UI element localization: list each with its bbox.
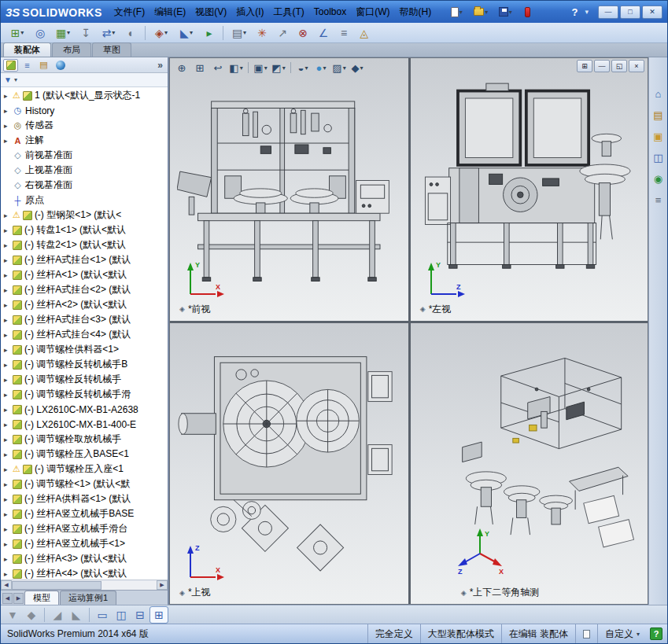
command-tab[interactable]: 草图 <box>92 42 131 57</box>
viewport-splitter-vertical[interactable] <box>408 58 411 604</box>
tree-item[interactable]: ▸ ⚠ (-) 转盘2<1> (默认<默认 <box>1 237 168 252</box>
bottom-tab[interactable]: 模型 <box>24 591 59 605</box>
expand-arrow-icon[interactable]: ▸ <box>4 540 10 548</box>
linear-component-pattern-icon[interactable]: ▦ ▾ <box>51 24 75 42</box>
filter-icon[interactable]: ▼ <box>4 75 12 84</box>
maximize-button[interactable]: □ <box>620 6 640 19</box>
expand-arrow-icon[interactable]: ▸ <box>4 107 10 115</box>
dropdown-arrow-icon[interactable]: ▾ <box>485 9 488 16</box>
design-library-icon[interactable]: ▤ <box>651 107 666 123</box>
help-icon[interactable]: ? <box>568 6 582 18</box>
instant3d-icon[interactable]: ◬ ▾ <box>355 24 374 42</box>
viewport-link-button[interactable]: ⊞ <box>577 60 592 72</box>
apply-scene-icon[interactable]: ▨ ▾ <box>330 60 348 75</box>
expand-arrow-icon[interactable]: ▸ <box>4 271 10 279</box>
document-restore-button[interactable]: ◱ <box>611 60 627 72</box>
tree-item[interactable]: ▸ ⚠ (-) LX2610C-MX-B1-400-E <box>1 417 168 432</box>
tree-item[interactable]: ▸ ⚠ (-) 丝杆A竖立机械手<1> <box>1 536 168 551</box>
menu-item[interactable]: 窗口(W) <box>351 3 394 20</box>
tree-item-right-plane[interactable]: ▸ ⚠ 右视基准面 <box>1 178 168 193</box>
expand-arrow-icon[interactable]: ▸ <box>4 361 10 369</box>
tree-item-origin[interactable]: ▸ ⚠ 原点 <box>1 193 168 208</box>
expand-arrow-icon[interactable]: ▸ <box>4 346 10 354</box>
expand-arrow-icon[interactable]: ▸ <box>4 256 10 264</box>
menu-item[interactable]: 视图(V) <box>190 3 231 20</box>
expand-arrow-icon[interactable]: ▸ <box>4 316 10 324</box>
dropdown-arrow-icon[interactable]: ▾ <box>343 64 346 72</box>
dropdown-arrow-icon[interactable]: ▾ <box>459 9 463 16</box>
tree-item[interactable]: ▸ ⚠ (-) 调节螺栓反转机械手B <box>1 357 168 372</box>
filter-edges-icon[interactable]: ◢ ▾ <box>49 607 66 623</box>
two-view-vertical-icon[interactable]: ◫ ▾ <box>113 607 130 623</box>
tree-item[interactable]: ▸ ⚠ (-) 丝杆A<2> (默认<默认 <box>1 297 168 312</box>
expand-arrow-icon[interactable]: ▸ <box>4 406 10 414</box>
dropdown-arrow-icon[interactable]: ▾ <box>509 9 512 16</box>
tree-item[interactable]: ▸ ⚠ (-) 丝杆A竖立机械手滑台 <box>1 521 168 536</box>
dropdown-arrow-icon[interactable]: ▾ <box>164 29 168 36</box>
search-chevron-icon[interactable]: ▾ <box>582 8 591 16</box>
dropdown-arrow-icon[interactable]: ▾ <box>240 64 243 72</box>
tree-item[interactable]: ▸ ⚠ (-) 丝杆A<4> (默认<默认 <box>1 566 168 580</box>
menu-item[interactable]: 帮助(H) <box>395 3 437 20</box>
filter-faces-icon[interactable]: ◣ ▾ <box>68 607 85 623</box>
tree-item-top-plane[interactable]: ▸ ⚠ 上视基准面 <box>1 163 168 178</box>
expand-arrow-icon[interactable]: ▸ <box>4 122 10 130</box>
tree-item[interactable]: ▸ ⚠ (-) 丝杆A式挂台<2> (默认 <box>1 282 168 297</box>
filter-dropdown-arrow-icon[interactable]: ▾ <box>14 76 17 83</box>
reference-geometry-icon[interactable]: ◣ ▾ <box>175 24 198 42</box>
tree-item-annotations[interactable]: ▸ ⚠ 注解 <box>1 133 168 148</box>
viewport-isometric[interactable]: Y X Z ◈ *上下二等角轴测 <box>411 323 648 604</box>
expand-arrow-icon[interactable]: ▸ <box>4 92 10 100</box>
tree-item[interactable]: ▸ ⚠ (-) 调节螺栓压入BASE<1 <box>1 447 168 462</box>
expand-arrow-icon[interactable]: ▸ <box>4 555 10 563</box>
tree-item[interactable]: ▸ ⚠ (-) 丝杆A<3> (默认<默认 <box>1 551 168 566</box>
expand-arrow-icon[interactable]: ▸ <box>4 301 10 309</box>
zoom-to-area-icon[interactable]: ⊞ ▾ <box>191 60 209 75</box>
tree-item[interactable]: ▸ ⚠ (-) 丝杆A竖立机械手BASE <box>1 506 168 521</box>
tree-item[interactable]: ▸ ⚠ (-) 调节螺栓压入座<1 <box>1 462 168 477</box>
custom-properties-icon[interactable]: ≡ <box>651 192 666 208</box>
viewport-top[interactable]: Z X ◈ *上视 <box>170 323 408 604</box>
scroll-right-icon[interactable]: ▶ <box>157 580 168 590</box>
menu-item[interactable]: 编辑(E) <box>149 3 190 20</box>
expand-arrow-icon[interactable]: ▸ <box>4 286 10 294</box>
single-view-icon[interactable]: ▭ ▾ <box>94 607 111 623</box>
two-view-horizontal-icon[interactable]: ⊟ ▾ <box>131 607 149 623</box>
dropdown-arrow-icon[interactable]: ▾ <box>112 29 115 36</box>
file-explorer-icon[interactable]: ▣ <box>651 128 666 144</box>
zoom-to-fit-icon[interactable]: ⊕ ▾ <box>173 60 190 75</box>
expand-arrow-icon[interactable]: ▸ <box>4 391 10 399</box>
menu-item[interactable]: 文件(F) <box>109 3 149 20</box>
tree-item[interactable]: ▸ ⚠ (-) 丝杆A<1> (默认<默认 <box>1 267 168 282</box>
mass-properties-icon[interactable]: ≡ ▾ <box>334 24 353 42</box>
rebuild-icon[interactable]: ▾ <box>518 3 537 20</box>
view-palette-icon[interactable]: ◫ <box>651 149 666 165</box>
save-document-icon[interactable]: ▾ <box>493 3 517 20</box>
graphics-area[interactable]: Y X ◈ *前视 <box>169 57 648 605</box>
previous-view-icon[interactable]: ↩ ▾ <box>209 60 227 75</box>
expand-arrow-icon[interactable]: ▸ <box>4 226 10 234</box>
tree-item[interactable]: ▸ ⚠ (-) 型钢架<1> (默认< <box>1 208 168 223</box>
tree-item[interactable]: ▸ ⚠ (-) 调节螺栓<1> (默认<默 <box>1 477 168 491</box>
tree-item[interactable]: ▸ ⚠ (-) 调节螺栓反转机械手滑 <box>1 387 168 402</box>
dropdown-arrow-icon[interactable]: ▾ <box>243 29 246 36</box>
solidworks-resources-icon[interactable]: ⌂ <box>651 86 666 101</box>
expand-panel-chevron[interactable]: » <box>157 60 165 71</box>
selection-filter-toggle-icon[interactable]: ▼ ▾ <box>4 607 21 623</box>
four-view-icon[interactable]: ⊞ ▾ <box>150 607 168 623</box>
tree-item[interactable]: ▸ ⚠ (-) LX2610C-MX-B1-A2638 <box>1 402 168 417</box>
dropdown-arrow-icon[interactable]: ▾ <box>304 64 308 72</box>
dropdown-arrow-icon[interactable]: ▾ <box>67 29 70 36</box>
viewport-front[interactable]: Y X ◈ *前视 <box>170 58 408 321</box>
menu-item[interactable]: 插入(I) <box>231 3 268 20</box>
tree-item[interactable]: ▸ ⚠ (-) 丝杆A式挂台<3> (默认 <box>1 312 168 327</box>
expand-arrow-icon[interactable]: ▸ <box>4 137 10 145</box>
scroll-left-icon[interactable]: ◀ <box>1 580 12 590</box>
status-sheet-button[interactable] <box>575 624 597 643</box>
show-hidden-components-icon[interactable]: ◐ ▾ <box>122 24 141 42</box>
expand-arrow-icon[interactable]: ▸ <box>4 331 10 339</box>
viewport-left[interactable]: Y Z ◈ *左视 <box>411 58 648 321</box>
tree-item[interactable]: ▸ ⚠ (-) 调节螺栓供料器<1> <box>1 342 168 357</box>
edit-appearance-icon[interactable]: ● ▾ <box>312 60 330 75</box>
expand-arrow-icon[interactable]: ▸ <box>4 451 10 458</box>
